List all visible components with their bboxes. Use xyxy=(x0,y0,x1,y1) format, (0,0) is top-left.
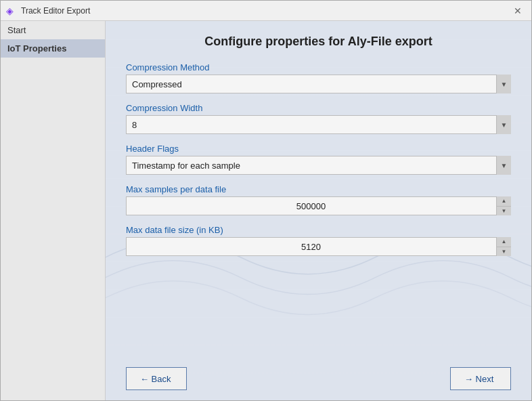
max-samples-group: Max samples per data file ▲ ▼ xyxy=(126,184,511,215)
max-samples-wrapper: ▲ ▼ xyxy=(126,196,511,215)
main-content: Configure properties for Aly-File export… xyxy=(106,21,531,400)
max-file-size-group: Max data file size (in KB) ▲ ▼ xyxy=(126,225,511,256)
compression-method-wrapper: Compressed ▼ xyxy=(126,75,511,93)
header-flags-select[interactable]: Timestamp for each sample xyxy=(126,156,511,175)
sidebar-item-start[interactable]: Start xyxy=(1,21,105,39)
header-flags-label: Header Flags xyxy=(126,144,511,154)
next-button[interactable]: → Next xyxy=(450,367,511,390)
app-icon: ◈ xyxy=(6,5,17,16)
max-samples-label: Max samples per data file xyxy=(126,184,511,194)
max-file-size-wrapper: ▲ ▼ xyxy=(126,237,511,256)
compression-method-group: Compression Method Compressed ▼ xyxy=(126,62,511,93)
close-button[interactable]: ✕ xyxy=(510,4,526,18)
footer-buttons: ← Back → Next xyxy=(126,360,511,390)
max-file-size-down[interactable]: ▼ xyxy=(497,247,511,257)
max-file-size-up[interactable]: ▲ xyxy=(497,237,511,247)
compression-width-label: Compression Width xyxy=(126,103,511,113)
content-area: Start IoT Properties Configure propertie… xyxy=(1,21,531,400)
title-bar-left: ◈ Track Editor Export xyxy=(6,5,90,16)
header-flags-group: Header Flags Timestamp for each sample ▼ xyxy=(126,144,511,175)
compression-width-group: Compression Width 8 ▼ xyxy=(126,103,511,134)
sidebar: Start IoT Properties xyxy=(1,21,106,400)
title-bar: ◈ Track Editor Export ✕ xyxy=(1,1,531,21)
max-file-size-label: Max data file size (in KB) xyxy=(126,225,511,235)
compression-width-select[interactable]: 8 xyxy=(126,115,511,134)
window: ◈ Track Editor Export ✕ Start IoT Proper… xyxy=(0,0,532,401)
header-flags-wrapper: Timestamp for each sample ▼ xyxy=(126,156,511,175)
compression-width-wrapper: 8 ▼ xyxy=(126,115,511,134)
page-title: Configure properties for Aly-File export xyxy=(126,35,511,49)
back-button[interactable]: ← Back xyxy=(126,367,187,390)
sidebar-item-iot-properties[interactable]: IoT Properties xyxy=(1,39,105,58)
compression-method-select[interactable]: Compressed xyxy=(126,75,511,93)
max-samples-down[interactable]: ▼ xyxy=(497,207,511,216)
max-samples-spinner: ▲ ▼ xyxy=(496,196,511,215)
max-samples-input[interactable] xyxy=(126,196,511,215)
max-file-size-spinner: ▲ ▼ xyxy=(496,237,511,256)
compression-method-label: Compression Method xyxy=(126,62,511,72)
window-title: Track Editor Export xyxy=(21,6,90,16)
max-file-size-input[interactable] xyxy=(126,237,511,256)
max-samples-up[interactable]: ▲ xyxy=(497,196,511,207)
